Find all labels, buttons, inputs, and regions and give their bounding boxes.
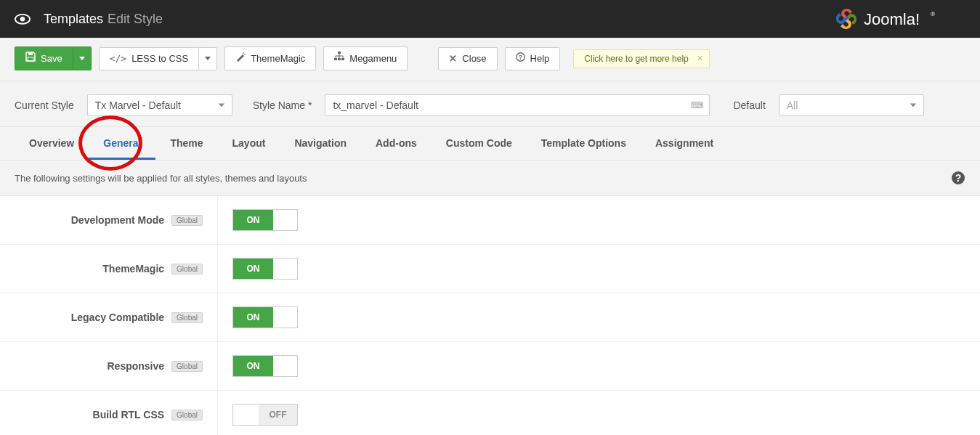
switch-on-label: ON xyxy=(233,210,273,230)
switch-on-label: ON xyxy=(233,307,273,328)
tab-assignment[interactable]: Assignment xyxy=(641,127,728,160)
sitemap-icon xyxy=(334,52,344,65)
global-badge: Global xyxy=(171,312,203,323)
default-label: Default xyxy=(733,99,765,111)
megamenu-button[interactable]: Megamenu xyxy=(323,46,408,70)
setting-control: ON xyxy=(218,196,312,244)
switch-on-label: ON xyxy=(233,259,273,279)
setting-row: Development ModeGlobalON xyxy=(0,196,980,245)
setting-label: Build RTL CSS xyxy=(93,409,165,420)
help-note[interactable]: Click here to get more help × xyxy=(573,49,709,68)
less-dropdown-button[interactable] xyxy=(199,47,217,70)
save-label: Save xyxy=(41,52,62,65)
toggle-switch[interactable]: ON xyxy=(232,209,298,231)
tab-overview[interactable]: Overview xyxy=(15,127,89,160)
style-name-input[interactable]: tx_marvel - Default ⌨ xyxy=(325,94,710,116)
global-badge: Global xyxy=(171,361,203,372)
default-value: All xyxy=(787,99,798,111)
setting-row: Legacy CompatibleGlobalON xyxy=(0,293,980,342)
joomla-logo: Joomla! ® xyxy=(835,0,965,38)
tab-custom-code[interactable]: Custom Code xyxy=(432,127,527,160)
save-button-group: Save xyxy=(15,46,92,70)
setting-row: ThemeMagicGlobalON xyxy=(0,245,980,293)
help-circle-icon[interactable]: ? xyxy=(951,171,965,185)
info-text: The following settings will be applied f… xyxy=(15,173,307,184)
svg-rect-6 xyxy=(338,52,341,54)
global-badge: Global xyxy=(171,410,203,420)
megamenu-label: Megamenu xyxy=(349,52,397,65)
page-title: Templates xyxy=(44,12,103,27)
less-to-css-button[interactable]: </> LESS to CSS xyxy=(99,47,200,70)
tab-theme[interactable]: Theme xyxy=(155,127,217,160)
topbar: Templates Edit Style Joomla! ® xyxy=(0,0,980,38)
setting-labelcell: Build RTL CSSGlobal xyxy=(0,391,218,435)
help-button[interactable]: ? Help xyxy=(505,47,561,70)
setting-label: Responsive xyxy=(108,360,165,372)
caret-down-icon xyxy=(79,57,85,60)
caret-down-icon xyxy=(205,57,211,60)
switch-knob xyxy=(273,210,297,230)
settings-panel: Development ModeGlobalONThemeMagicGlobal… xyxy=(0,196,980,435)
svg-text:®: ® xyxy=(931,11,935,17)
tab-add-ons[interactable]: Add-ons xyxy=(361,127,432,160)
thememagic-label: ThemeMagic xyxy=(251,52,305,65)
close-icon: ✕ xyxy=(449,52,457,65)
save-dropdown-button[interactable] xyxy=(73,46,92,70)
infobar: The following settings will be applied f… xyxy=(0,160,980,196)
wand-icon xyxy=(235,52,246,65)
toggle-switch[interactable]: ON xyxy=(232,306,298,328)
keyboard-icon: ⌨ xyxy=(691,100,703,110)
svg-point-1 xyxy=(20,17,25,21)
setting-label: Legacy Compatible xyxy=(71,312,164,323)
toggle-switch[interactable]: OFF xyxy=(232,404,298,426)
tab-general[interactable]: General xyxy=(89,127,155,160)
setting-label: Development Mode xyxy=(71,214,164,226)
setting-labelcell: ThemeMagicGlobal xyxy=(0,245,218,293)
tab-layout[interactable]: Layout xyxy=(218,127,280,160)
svg-rect-4 xyxy=(28,52,33,55)
toggle-switch[interactable]: ON xyxy=(232,355,298,377)
switch-on-label: ON xyxy=(233,356,273,376)
setting-row: Build RTL CSSGlobalOFF xyxy=(0,391,980,435)
current-style-label: Current Style xyxy=(15,99,74,111)
svg-text:Joomla!: Joomla! xyxy=(864,10,920,28)
current-style-select[interactable]: Tx Marvel - Default xyxy=(87,94,232,116)
help-label: Help xyxy=(530,52,550,65)
close-button[interactable]: ✕ Close xyxy=(438,47,497,70)
tabs: OverviewGeneralThemeLayoutNavigationAdd-… xyxy=(0,127,980,160)
global-badge: Global xyxy=(171,264,203,275)
tab-template-options[interactable]: Template Options xyxy=(527,127,641,160)
setting-labelcell: ResponsiveGlobal xyxy=(0,342,218,390)
setting-labelcell: Development ModeGlobal xyxy=(0,196,218,244)
chevron-down-icon xyxy=(910,104,916,107)
global-badge: Global xyxy=(171,215,203,226)
setting-row: ResponsiveGlobalON xyxy=(0,342,980,391)
svg-text:?: ? xyxy=(518,54,522,61)
save-button[interactable]: Save xyxy=(15,46,73,70)
eye-icon xyxy=(15,14,31,24)
toggle-switch[interactable]: ON xyxy=(232,258,298,280)
help-note-text: Click here to get more help xyxy=(584,54,688,64)
style-name-label: Style Name * xyxy=(253,99,312,111)
toolbar: Save </> LESS to CSS ThemeMagic Megamenu… xyxy=(0,38,980,81)
close-note-icon[interactable]: × xyxy=(697,52,703,64)
setting-labelcell: Legacy CompatibleGlobal xyxy=(0,293,218,341)
less-button-group: </> LESS to CSS xyxy=(99,47,218,70)
help-icon: ? xyxy=(516,52,525,65)
style-name-value: tx_marvel - Default xyxy=(333,99,418,111)
switch-off-label: OFF xyxy=(259,404,297,425)
less-label: LESS to CSS xyxy=(131,52,188,65)
svg-rect-8 xyxy=(338,58,341,60)
switch-knob xyxy=(273,259,297,279)
switch-knob xyxy=(273,307,297,328)
thememagic-button[interactable]: ThemeMagic xyxy=(224,46,316,70)
default-select[interactable]: All xyxy=(779,94,924,116)
save-icon xyxy=(25,52,36,65)
tab-navigation[interactable]: Navigation xyxy=(280,127,361,160)
setting-control: OFF xyxy=(218,391,312,435)
chevron-down-icon xyxy=(219,104,224,107)
switch-knob xyxy=(273,356,297,376)
switch-knob xyxy=(233,404,259,425)
close-label: Close xyxy=(462,52,486,65)
svg-rect-9 xyxy=(341,58,344,60)
